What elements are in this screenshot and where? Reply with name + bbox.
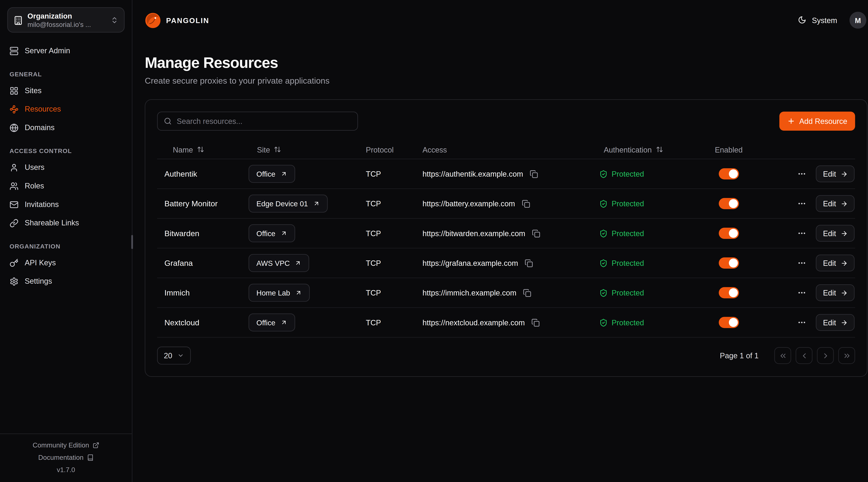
access-url: https://authentik.example.com (423, 170, 523, 178)
row-menu-button[interactable] (796, 168, 807, 180)
row-menu-button[interactable] (796, 317, 807, 328)
copy-button[interactable] (529, 168, 539, 179)
edit-button[interactable]: Edit (816, 195, 855, 212)
copy-button[interactable] (530, 317, 541, 328)
theme-toggle[interactable]: System (798, 15, 837, 25)
arrow-right-icon (841, 230, 847, 237)
site-name: Edge Device 01 (256, 199, 308, 208)
card-toolbar: Add Resource (157, 111, 855, 131)
sidebar-resize-handle[interactable] (131, 235, 133, 249)
documentation-link[interactable]: Documentation (0, 451, 132, 464)
protocol-value: TCP (359, 318, 415, 326)
toggle-knob (729, 259, 738, 267)
edit-button[interactable]: Edit (816, 284, 855, 301)
sidebar-item-label: Domains (25, 123, 55, 132)
resource-name: Immich (157, 288, 241, 297)
avatar[interactable]: M (849, 12, 866, 29)
edit-label: Edit (823, 318, 836, 326)
edit-button[interactable]: Edit (816, 255, 855, 271)
pagination-previous-button[interactable] (796, 347, 812, 364)
edit-button[interactable]: Edit (816, 165, 855, 182)
site-link-button[interactable]: Office (249, 165, 295, 183)
column-header-authentication[interactable]: Authentication (588, 146, 707, 154)
search-input[interactable] (177, 117, 351, 125)
resource-name: Battery Monitor (157, 199, 241, 208)
row-menu-button[interactable] (796, 198, 807, 209)
access-url: https://nextcloud.example.com (423, 318, 525, 326)
column-header-name[interactable]: Name (157, 146, 241, 154)
arrow-up-right-icon (280, 170, 287, 177)
page-size-select[interactable]: 20 (157, 347, 191, 364)
community-edition-link[interactable]: Community Edition (0, 439, 132, 451)
table-row: Immich Home Lab TCP https://immich.examp… (157, 278, 855, 308)
pagination-last-button[interactable] (838, 347, 855, 364)
sidebar-item-label: Settings (25, 277, 52, 285)
copy-button[interactable] (522, 287, 533, 298)
card-footer: 20 Page 1 of 1 (157, 347, 855, 364)
row-menu-button[interactable] (796, 287, 807, 298)
sidebar: Organization milo@fossorial.io's ... Ser… (0, 0, 132, 482)
sidebar-item-label: Sites (25, 87, 41, 95)
key-icon (9, 258, 19, 267)
globe-icon (9, 123, 19, 132)
row-menu-button[interactable] (796, 228, 807, 239)
toggle-knob (729, 229, 738, 238)
sort-icon (656, 146, 663, 154)
pagination-first-button[interactable] (774, 347, 791, 364)
enabled-toggle[interactable] (719, 287, 739, 298)
sidebar-item-settings[interactable]: Settings (0, 272, 132, 291)
authentication-status: Protected (612, 289, 644, 297)
column-label: Site (257, 146, 270, 154)
site-link-button[interactable]: Home Lab (249, 284, 310, 301)
sidebar-item-users[interactable]: Users (0, 158, 132, 176)
enabled-toggle[interactable] (719, 198, 739, 209)
site-link-button[interactable]: Edge Device 01 (249, 195, 328, 213)
copy-button[interactable] (531, 228, 541, 238)
org-selector[interactable]: Organization milo@fossorial.io's ... (7, 7, 125, 32)
enabled-toggle[interactable] (719, 228, 739, 239)
edit-button[interactable]: Edit (816, 314, 855, 331)
search-box (157, 111, 358, 131)
resource-name: Bitwarden (157, 229, 241, 238)
sidebar-item-roles[interactable]: Roles (0, 176, 132, 195)
enabled-toggle[interactable] (719, 317, 739, 328)
site-link-button[interactable]: Office (249, 314, 295, 331)
sidebar-item-invitations[interactable]: Invitations (0, 195, 132, 214)
site-name: Office (256, 318, 275, 326)
site-link-button[interactable]: Office (249, 224, 295, 242)
sidebar-item-server-admin[interactable]: Server Admin (0, 41, 132, 60)
org-title: Organization (27, 11, 105, 21)
arrow-right-icon (841, 289, 847, 296)
sort-icon (274, 146, 282, 154)
arrow-up-right-icon (280, 230, 287, 237)
copy-button[interactable] (524, 258, 534, 268)
sidebar-item-resources[interactable]: Resources (0, 100, 132, 118)
pagination: Page 1 of 1 (720, 347, 855, 364)
enabled-toggle[interactable] (719, 257, 739, 269)
table-row: Bitwarden Office TCP https://bitwarden.e… (157, 219, 855, 249)
sidebar-item-sites[interactable]: Sites (0, 82, 132, 100)
shield-check-icon (599, 319, 607, 326)
column-label: Access (423, 146, 447, 154)
sidebar-item-shareable-links[interactable]: Shareable Links (0, 214, 132, 232)
brand-name: PANGOLIN (166, 16, 209, 24)
pagination-next-button[interactable] (817, 347, 834, 364)
edit-button[interactable]: Edit (816, 225, 855, 242)
site-name: Home Lab (256, 289, 290, 297)
column-header-site[interactable]: Site (241, 146, 359, 154)
enabled-toggle[interactable] (719, 168, 739, 180)
documentation-label: Documentation (38, 454, 84, 461)
brand[interactable]: PANGOLIN (145, 12, 209, 28)
mail-icon (9, 200, 19, 209)
copy-button[interactable] (521, 198, 531, 209)
sidebar-item-api-keys[interactable]: API Keys (0, 254, 132, 272)
column-label: Authentication (604, 146, 652, 154)
row-menu-button[interactable] (796, 257, 807, 269)
sort-icon (197, 146, 205, 154)
site-link-button[interactable]: AWS VPC (249, 254, 310, 272)
authentication-status: Protected (612, 318, 644, 326)
main-area: PANGOLIN System M Manage Resources Creat… (132, 0, 868, 482)
authentication-status: Protected (612, 259, 644, 267)
sidebar-item-domains[interactable]: Domains (0, 118, 132, 137)
add-resource-button[interactable]: Add Resource (780, 111, 855, 131)
